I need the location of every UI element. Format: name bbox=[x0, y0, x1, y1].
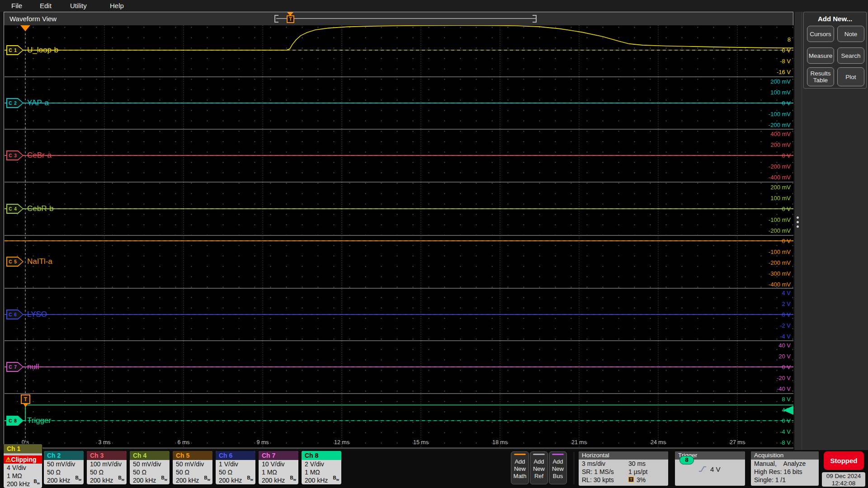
badge-header: Ch 3 bbox=[87, 451, 127, 460]
scale-label: -100 mV bbox=[769, 111, 791, 117]
badge-scale: 50 mV/div bbox=[173, 460, 212, 468]
badge-scale: 50 mV/div bbox=[44, 460, 84, 468]
channel-badge-C8[interactable]: C 8 bbox=[6, 416, 24, 426]
stopped-button[interactable]: Stopped bbox=[824, 451, 864, 470]
badge-header: Ch 6 bbox=[216, 451, 255, 460]
bottom-badge-Ch7[interactable]: Ch 710 V/div1 MΩ200 kHzBw bbox=[259, 451, 298, 484]
menu-edit[interactable]: Edit bbox=[40, 2, 52, 9]
scale-label: -200 mV bbox=[769, 259, 791, 266]
channel-name-C6: LYSO bbox=[27, 310, 47, 319]
trigger-source-badge: 8 bbox=[679, 456, 694, 465]
channel-badge-C7[interactable]: C 7 bbox=[6, 362, 24, 372]
scale-label: -300 mV bbox=[769, 270, 791, 277]
scale-label: -400 mV bbox=[769, 281, 791, 288]
trace-Trigger bbox=[5, 405, 793, 421]
horizontal-panel[interactable]: Horizontal 3 ms/div30 ms SR: 1 MS/s1 µs/… bbox=[579, 451, 668, 486]
add-new-ref-button[interactable]: AddNewRef bbox=[530, 451, 548, 484]
bottom-divider bbox=[574, 452, 574, 484]
scale-label: 20 V bbox=[778, 353, 791, 360]
bottom-badge-Ch3[interactable]: Ch 3100 mV/div50 Ω200 kHzBw bbox=[87, 451, 127, 484]
right-panel: Add New... Cursors Note Measure Search R… bbox=[794, 12, 868, 450]
time-label: 27 ms bbox=[730, 439, 745, 446]
add-note-button[interactable]: Note bbox=[837, 26, 864, 42]
add-new-box: Add New... Cursors Note Measure Search R… bbox=[803, 12, 867, 89]
badge-bandwidth: 200 kHzBw bbox=[173, 476, 212, 484]
scale-label: -4 V bbox=[780, 333, 791, 340]
bottom-badge-Ch4[interactable]: Ch 450 mV/div50 Ω200 kHzBw bbox=[130, 451, 170, 484]
record-trigger-flag[interactable]: T bbox=[287, 15, 294, 23]
scale-label: 200 mV bbox=[770, 78, 791, 85]
badge-bandwidth: 200 kHzBw bbox=[302, 476, 341, 484]
time-label: 3 ms bbox=[98, 439, 110, 446]
acquisition-panel[interactable]: Acquisition Manual, Analyze High Res: 16… bbox=[751, 451, 819, 486]
badge-bandwidth: 200 kHzBw bbox=[216, 476, 255, 484]
scale-label: 0 V bbox=[782, 100, 791, 107]
clipping-warning: ⚠Clipping bbox=[4, 455, 42, 464]
add-new-bus-button[interactable]: AddNewBus bbox=[549, 451, 567, 484]
bottom-badge-Ch5[interactable]: Ch 550 mV/div50 Ω200 kHzBw bbox=[173, 451, 212, 484]
trigger-position-arrow[interactable] bbox=[20, 25, 30, 31]
scale-label: -200 mV bbox=[769, 122, 791, 128]
add-results-table-button[interactable]: Results Table bbox=[807, 67, 834, 86]
channel-badge-C3[interactable]: C 3 bbox=[6, 150, 24, 160]
badge-bandwidth: 200 kHzBw bbox=[259, 476, 298, 484]
panel-divider bbox=[802, 12, 802, 450]
badge-bandwidth: 200 kHzBw bbox=[4, 480, 42, 488]
badge-header: Ch 7 bbox=[259, 451, 298, 460]
bottom-badge-Ch6[interactable]: Ch 61 V/div50 Ω200 kHzBw bbox=[216, 451, 255, 484]
trigger-panel[interactable]: Trigger 8 4 V bbox=[675, 451, 745, 486]
menu-utility[interactable]: Utility bbox=[70, 2, 87, 9]
scale-label: -16 V bbox=[777, 69, 791, 75]
add-plot-button[interactable]: Plot bbox=[837, 67, 864, 86]
menu-file[interactable]: File bbox=[11, 2, 22, 9]
bandwidth-limit-icon: Bw bbox=[75, 474, 81, 484]
bandwidth-limit-icon: Bw bbox=[333, 474, 339, 484]
add-new-math-button[interactable]: AddNewMath bbox=[511, 451, 529, 484]
trace-U_loop-b bbox=[5, 25, 793, 50]
menu-help[interactable]: Help bbox=[110, 2, 124, 9]
bottom-badge-Ch1[interactable]: Ch 1⚠Clipping4 V/div1 MΩ200 kHzBw bbox=[4, 444, 42, 488]
add-search-button[interactable]: Search bbox=[837, 47, 864, 64]
time-label: 15 ms bbox=[413, 439, 429, 446]
channel-name-C1: U_loop-b bbox=[27, 46, 58, 55]
time-label: 9 ms bbox=[256, 439, 269, 446]
scale-label: 100 mV bbox=[770, 89, 791, 96]
channel-name-C2: YAP-a bbox=[27, 99, 49, 108]
channel-badge-C5[interactable]: C 5 bbox=[6, 257, 24, 267]
record-view-left-bracket bbox=[274, 15, 278, 23]
badge-header: Ch 1 bbox=[4, 444, 42, 453]
channel-badge-C1[interactable]: C 1 bbox=[6, 45, 24, 55]
waveform-view-titlebar: Waveform View T bbox=[4, 12, 793, 25]
badge-bandwidth: 200 kHzBw bbox=[130, 476, 170, 484]
scale-label: -200 mV bbox=[769, 163, 791, 170]
bottom-badge-Ch8[interactable]: Ch 82 V/div1 MΩ200 kHzBw bbox=[302, 451, 341, 484]
scale-label: -400 mV bbox=[769, 174, 791, 181]
add-new-title: Add New... bbox=[804, 15, 866, 23]
acquisition-header: Acquisition bbox=[751, 451, 819, 460]
waveform-view: Waveform View T T C 1U_loop-b80 V-8 V-16… bbox=[4, 12, 793, 448]
channel-badge-C6[interactable]: C 6 bbox=[6, 310, 24, 319]
add-measure-button[interactable]: Measure bbox=[807, 47, 834, 64]
badge-bandwidth: 200 kHzBw bbox=[44, 476, 84, 484]
bottom-badge-Ch2[interactable]: Ch 250 mV/div50 Ω200 kHzBw bbox=[44, 451, 84, 484]
badge-header: Ch 4 bbox=[130, 451, 170, 460]
channel-badge-C2[interactable]: C 2 bbox=[6, 98, 24, 108]
waveform-canvas: T bbox=[5, 25, 793, 448]
scale-label: 400 mV bbox=[770, 131, 791, 137]
badge-header: Ch 2 bbox=[44, 451, 84, 460]
channel-name-C7: null bbox=[27, 362, 39, 371]
bottom-bar: Ch 1⚠Clipping4 V/div1 MΩ200 kHzBwCh 250 … bbox=[0, 450, 868, 488]
scale-label: 0 V bbox=[782, 47, 791, 54]
bandwidth-limit-icon: Bw bbox=[247, 474, 253, 484]
add-cursors-button[interactable]: Cursors bbox=[807, 26, 834, 42]
bandwidth-limit-icon: Bw bbox=[118, 474, 124, 484]
panel-drag-handle[interactable] bbox=[796, 214, 799, 235]
scale-label: 8 V bbox=[782, 396, 791, 403]
graticule[interactable]: T C 1U_loop-b80 V-8 V-16 VC 2YAP-a200 mV… bbox=[5, 25, 793, 448]
scale-label: 0 V bbox=[782, 238, 791, 244]
scale-label: -100 mV bbox=[769, 249, 791, 255]
scale-label: 2 V bbox=[782, 300, 791, 307]
time-label: 21 ms bbox=[571, 439, 587, 446]
datetime-display: 09 Dec 2024 12:42:08 bbox=[822, 472, 865, 487]
channel-badge-C4[interactable]: C 4 bbox=[6, 204, 24, 214]
